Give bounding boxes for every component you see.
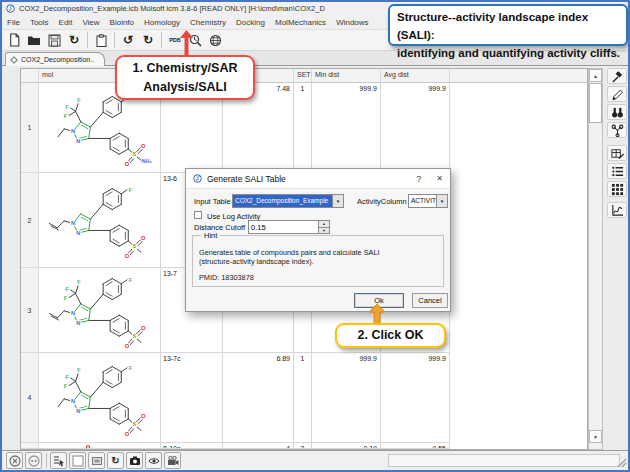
molecule-cell[interactable] — [39, 443, 161, 449]
menu-docking[interactable]: Docking — [231, 18, 270, 27]
col-header-avg-dist[interactable]: Avg dist — [381, 69, 450, 83]
svg-text:F: F — [63, 295, 67, 301]
activity-column-combo[interactable]: ACTIVITY ▼ — [408, 194, 448, 208]
clipboard-icon[interactable] — [92, 31, 110, 49]
compound-id-cell[interactable]: 13-7c — [161, 353, 223, 443]
resize-grip[interactable] — [615, 456, 627, 468]
svg-text:S: S — [132, 421, 136, 427]
menu-edit[interactable]: Edit — [54, 18, 78, 27]
dialog-close-button[interactable]: ✕ — [436, 174, 443, 183]
list-view-icon[interactable] — [607, 163, 627, 179]
col-header-empty — [450, 69, 587, 83]
distance-cutoff-input[interactable] — [249, 221, 318, 233]
svg-text:F: F — [65, 104, 69, 110]
grid-view-icon[interactable] — [607, 181, 627, 197]
white-square-icon[interactable] — [69, 452, 86, 469]
hint-pmid: PMID: 18303878 — [199, 273, 254, 282]
svg-text:O: O — [124, 430, 129, 436]
undo-icon[interactable]: ↺ — [119, 31, 137, 49]
svg-text:O: O — [140, 142, 145, 148]
table-scrollbar[interactable]: ▲ ▼ — [588, 68, 603, 450]
menu-file[interactable]: File — [2, 18, 25, 27]
row-number[interactable]: 1 — [21, 83, 39, 173]
svg-text:F: F — [77, 367, 81, 373]
molecule-tree-icon[interactable] — [607, 122, 627, 138]
avg-dist-cell[interactable]: 999.9 — [381, 83, 450, 173]
svg-text:F: F — [128, 187, 132, 193]
molecule-cell[interactable]: FFFFSOONN — [39, 353, 161, 443]
menu-tools[interactable]: Tools — [25, 18, 54, 27]
red-arrow-up — [180, 30, 193, 56]
chart-view-icon[interactable] — [607, 202, 627, 218]
avg-dist-cell[interactable]: 999.9 — [381, 353, 450, 443]
set-cell[interactable]: 3 — [294, 443, 312, 449]
camera-icon[interactable] — [126, 452, 143, 469]
chevron-down-icon[interactable]: ▼ — [332, 195, 343, 207]
eye-icon[interactable] — [145, 452, 162, 469]
dialog-logo-icon — [193, 174, 202, 183]
dialog-title-bar[interactable]: Generate SALI Table ? ✕ — [186, 169, 450, 189]
globe-icon[interactable] — [206, 31, 224, 49]
save-icon[interactable] — [45, 31, 63, 49]
row-number[interactable] — [21, 443, 39, 449]
molecule-cell[interactable]: FSOONN — [39, 173, 161, 268]
spin-down-icon[interactable]: ▼ — [319, 228, 329, 234]
spinner-buttons[interactable]: ▲▼ — [318, 221, 329, 233]
menu-view[interactable]: View — [77, 18, 104, 27]
status-close-icon[interactable] — [6, 452, 23, 469]
status-badge-icon[interactable] — [25, 452, 42, 469]
svg-text:S: S — [132, 333, 136, 339]
table-edit-icon[interactable] — [607, 145, 627, 161]
distance-cutoff-spinner: ▲▼ — [248, 220, 330, 234]
chevron-down-icon[interactable]: ▼ — [436, 195, 447, 207]
row-number[interactable]: 4 — [21, 353, 39, 443]
menu-windows[interactable]: Windows — [331, 18, 373, 27]
col-header-set[interactable]: SET — [294, 69, 312, 83]
binoculars-icon[interactable] — [607, 104, 627, 120]
bottom-toolbar: ↻ — [2, 450, 628, 470]
scroll-down-button[interactable]: ▼ — [589, 430, 602, 443]
activity-column-label: ActivityColumn — [357, 197, 407, 206]
menu-homology[interactable]: Homology — [139, 18, 185, 27]
set-cell[interactable]: 1 — [294, 353, 312, 443]
redo-icon[interactable]: ↻ — [139, 31, 157, 49]
molecule-structure: FSOONN — [41, 179, 159, 261]
input-table-label: Input Table — [194, 197, 231, 206]
menu-bioinfo[interactable]: Bioinfo — [105, 18, 139, 27]
set-cell[interactable]: 1 — [294, 83, 312, 173]
row-number[interactable]: 2 — [21, 173, 39, 268]
cancel-button[interactable]: Cancel — [412, 293, 448, 308]
svg-text:N: N — [76, 138, 80, 144]
window-title: COX2_Decomposition_Example.icb Molsoft i… — [19, 4, 325, 13]
view-refresh-icon[interactable]: ↻ — [107, 452, 124, 469]
row-number[interactable]: 3 — [21, 268, 39, 353]
avg-dist-cell[interactable]: 0.55 — [381, 443, 450, 449]
svg-text:F: F — [63, 113, 67, 119]
dialog-help-button[interactable]: ? — [416, 174, 421, 184]
min-dist-cell[interactable]: 0.19 — [312, 443, 381, 449]
activity-cell[interactable]: 6.89 — [223, 353, 294, 443]
scrollbar-thumb[interactable] — [589, 83, 602, 123]
use-log-activity-checkbox[interactable] — [194, 211, 202, 219]
video-camera-icon[interactable] — [164, 452, 181, 469]
input-table-combo[interactable]: COX2_Decomposition_Example ▼ — [232, 194, 344, 208]
refresh-icon[interactable]: ↻ — [65, 31, 83, 49]
activity-cell[interactable]: 4 — [223, 443, 294, 449]
min-dist-cell[interactable]: 999.9 — [312, 83, 381, 173]
svg-text:N: N — [76, 408, 80, 414]
new-document-icon[interactable] — [5, 31, 23, 49]
scroll-up-button[interactable]: ▲ — [589, 69, 602, 82]
hammer-tool-icon[interactable] — [607, 68, 627, 84]
selection-tool-icon[interactable] — [50, 452, 67, 469]
menu-molmechanics[interactable]: MolMechanics — [270, 18, 331, 27]
min-dist-cell[interactable]: 999.9 — [312, 353, 381, 443]
col-header-min-dist[interactable]: Min dist — [312, 69, 381, 83]
tab-cox2-decomposition[interactable]: COX2_Decomposition.. — [5, 52, 105, 66]
pencil-icon[interactable] — [607, 86, 627, 102]
menu-chemistry[interactable]: Chemistry — [185, 18, 231, 27]
panel-icon[interactable] — [88, 452, 105, 469]
svg-text:N: N — [70, 310, 74, 316]
molecule-cell[interactable]: FFFFSOONN — [39, 268, 161, 353]
open-folder-icon[interactable] — [25, 31, 43, 49]
compound-id-cell[interactable]: 8-10a — [161, 443, 223, 449]
